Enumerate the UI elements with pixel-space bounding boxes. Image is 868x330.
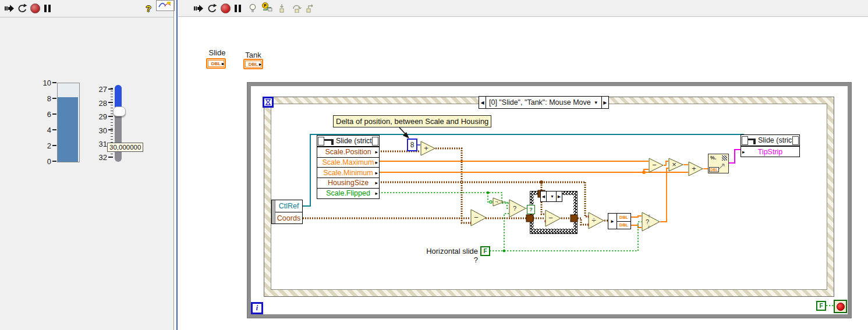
vi-icon-thumbnail[interactable]: [156, 0, 175, 11]
event-data-node[interactable]: CtlRef Coords: [271, 200, 303, 224]
numeric-constant-8[interactable]: 8: [407, 139, 417, 151]
unbundle-cell-y[interactable]: DBL: [617, 222, 630, 229]
run-icon: [194, 4, 204, 13]
run-continuously-button[interactable]: [206, 2, 217, 14]
horizontal-slide-constant[interactable]: F: [480, 246, 490, 256]
slider-scale-label: 28: [95, 99, 107, 108]
run-icon: [5, 4, 15, 13]
subtract-function[interactable]: −: [470, 209, 487, 226]
case-selector-value[interactable]: ▼: [547, 191, 556, 201]
abort-button[interactable]: [30, 2, 40, 14]
number-to-string-node[interactable]: %. DBL: [708, 154, 729, 173]
not-function[interactable]: ¬: [493, 197, 504, 207]
labview-workspace: ? 10 8 6 4 2 0 27 28 29 30 31 32: [0, 0, 868, 330]
event-data-ctlref[interactable]: CtlRef: [275, 200, 302, 212]
case-selector-terminal[interactable]: ?: [527, 205, 535, 214]
help-icon: ?: [146, 3, 151, 13]
property-node-tipstrip[interactable]: Slide (strict) ▸ TipStrip: [741, 134, 800, 157]
stop-icon: [837, 303, 845, 311]
previous-case-button[interactable]: ◀: [479, 97, 486, 108]
node-corner-icon: [372, 137, 378, 146]
property-row-scale-flipped[interactable]: Scale.Flipped ▸: [317, 188, 379, 198]
case-dropdown-icon[interactable]: ▼: [550, 194, 554, 198]
input-arrow-icon: ▸: [742, 148, 745, 154]
run-continuously-button[interactable]: [16, 2, 27, 14]
highlight-execution-button[interactable]: [248, 2, 257, 14]
step-into-icon: [279, 4, 288, 13]
event-case-title[interactable]: [0] "Slide", "Tank": Mouse Move ▼: [486, 97, 601, 108]
event-timeout-terminal[interactable]: [263, 97, 274, 108]
select-function-axis[interactable]: ? T F: [642, 212, 660, 232]
previous-case-button[interactable]: ◀: [541, 191, 547, 201]
add-function[interactable]: +: [420, 141, 435, 156]
run-continuously-icon: [207, 3, 217, 13]
property-node-header: Slide (strict): [317, 136, 379, 147]
select-true-label: T: [648, 214, 650, 218]
help-button[interactable]: ?: [144, 2, 153, 14]
event-data-coords[interactable]: Coords: [275, 212, 302, 224]
loop-stop-constant[interactable]: F: [816, 301, 826, 311]
tank-scale-label: 8: [40, 94, 51, 103]
step-over-icon: [292, 4, 302, 13]
unbundle-node[interactable]: ► DBL DBL: [608, 213, 631, 229]
window-border: [173, 0, 174, 330]
next-case-button[interactable]: ▶: [556, 191, 562, 201]
case-selector-label: ◀ ▼ ▶: [540, 191, 562, 202]
terminal-out-arrow: ▸: [259, 62, 261, 67]
loop-iteration-terminal[interactable]: i: [251, 302, 263, 314]
pause-button[interactable]: [43, 2, 51, 14]
step-into-button[interactable]: [278, 2, 289, 14]
slider-scale-label: 29: [95, 112, 107, 121]
step-over-button[interactable]: [291, 2, 303, 14]
block-diagram-toolbar: P: [178, 0, 868, 17]
run-button[interactable]: [193, 2, 204, 14]
select-false-label: F: [648, 225, 650, 229]
tank-scale-label: 10: [40, 79, 51, 87]
property-row-tipstrip[interactable]: ▸ TipStrip: [741, 146, 799, 157]
divide-function[interactable]: ÷: [588, 212, 604, 229]
multiply-function[interactable]: ×: [668, 158, 683, 172]
output-arrow-icon: ▸: [375, 159, 378, 165]
slider-scale-label: 32: [95, 153, 107, 162]
loop-condition-terminal[interactable]: [834, 300, 847, 313]
retain-wire-values-button[interactable]: P: [261, 2, 274, 14]
step-out-button[interactable]: [305, 2, 316, 14]
format-pattern-icon: [722, 155, 727, 161]
slide-terminal[interactable]: DBL ▸: [206, 58, 226, 69]
unbundle-arrow-icon: ►: [608, 214, 617, 229]
window-divider[interactable]: [176, 0, 178, 330]
format-arrow-icon: [718, 164, 725, 169]
tank-scale-label: 2: [40, 141, 51, 150]
property-row-housing-size[interactable]: HousingSize ▸: [317, 178, 379, 188]
comment-label[interactable]: Delta of position, between Scale and Hou…: [333, 115, 491, 127]
case-subtract-function[interactable]: −: [545, 210, 561, 227]
property-node-header: Slide (strict): [741, 135, 799, 146]
probe-badge: P: [262, 2, 268, 9]
output-arrow-icon: ▸: [375, 149, 378, 155]
add-offset-function[interactable]: +: [688, 161, 703, 176]
tank-body: [57, 83, 80, 162]
pause-button[interactable]: [233, 2, 242, 14]
property-node-slide[interactable]: Slide (strict) Scale.Position ▸ Scale.Ma…: [317, 135, 380, 199]
tank-scale-label: 0: [40, 157, 51, 166]
horizontal-slide-label[interactable]: Horizontal slide ?: [426, 247, 478, 264]
run-continuously-icon: [17, 3, 27, 13]
slider-thumb[interactable]: [113, 107, 126, 116]
property-row-scale-maximum[interactable]: Scale.Maximum ▸: [317, 157, 379, 168]
abort-button[interactable]: [221, 2, 231, 14]
property-row-scale-position[interactable]: Scale.Position ▸: [317, 147, 379, 157]
tank-fill: [58, 97, 78, 162]
tank-terminal-label: Tank: [243, 51, 263, 59]
node-corner-icon: [792, 136, 799, 145]
select-function-flipped[interactable]: ?: [509, 199, 526, 218]
next-case-button[interactable]: ▶: [601, 97, 608, 108]
node-corner-icon: [742, 136, 748, 145]
tank-terminal[interactable]: DBL ▸: [243, 59, 263, 69]
slider-scale-label: 27: [95, 85, 107, 94]
subtract-range-function[interactable]: −: [649, 158, 664, 173]
case-dropdown-icon[interactable]: ▼: [594, 100, 598, 105]
format-glyph: %.: [710, 155, 717, 161]
unbundle-cell-x[interactable]: DBL: [617, 214, 630, 222]
run-button[interactable]: [4, 2, 15, 14]
property-row-scale-minimum[interactable]: Scale.Minimum ▸: [317, 167, 379, 178]
